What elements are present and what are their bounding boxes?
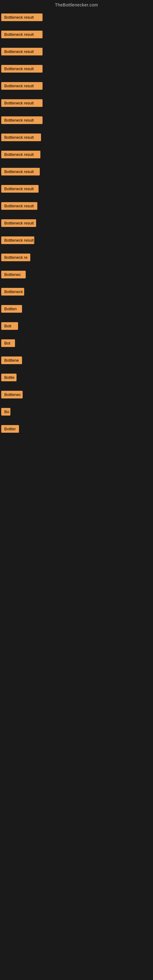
bottleneck-badge-16[interactable]: Bottlenec — [1, 271, 26, 278]
list-item: Bottleneck result — [0, 43, 153, 60]
bottleneck-badge-24[interactable]: Bo — [1, 408, 10, 415]
bottleneck-badge-9[interactable]: Bottleneck result — [1, 151, 40, 158]
bottleneck-badge-14[interactable]: Bottleneck result — [1, 236, 34, 244]
list-item: Bottlenec — [0, 386, 153, 403]
bottleneck-badge-5[interactable]: Bottleneck result — [1, 82, 43, 90]
list-item: Bottleneck result — [0, 77, 153, 94]
bottleneck-badge-17[interactable]: Bottleneck r — [1, 288, 24, 296]
bottleneck-badge-4[interactable]: Bottleneck result — [1, 65, 43, 73]
bottleneck-badge-7[interactable]: Bottleneck result — [1, 116, 43, 124]
bottleneck-badge-6[interactable]: Bottleneck result — [1, 99, 43, 107]
list-item: Bottleneck result — [0, 180, 153, 197]
bottleneck-badge-19[interactable]: Bott — [1, 322, 18, 330]
bottleneck-badge-22[interactable]: Bottle — [1, 374, 16, 381]
list-item: Bottlene — [0, 352, 153, 369]
list-item: Bottleneck result — [0, 94, 153, 111]
list-item: Bottler — [0, 420, 153, 438]
rows-container: Bottleneck result Bottleneck result Bott… — [0, 9, 153, 438]
list-item: Bottle — [0, 369, 153, 386]
list-item: Bottlen — [0, 300, 153, 317]
list-item: Bo — [0, 403, 153, 420]
list-item: Bottleneck result — [0, 9, 153, 26]
site-title: TheBottlenecker.com — [0, 0, 153, 9]
bottleneck-badge-15[interactable]: Bottleneck re — [1, 254, 30, 261]
bottleneck-badge-23[interactable]: Bottlenec — [1, 391, 22, 398]
bottleneck-badge-1[interactable]: Bottleneck result — [1, 13, 43, 21]
bottleneck-badge-18[interactable]: Bottlen — [1, 305, 22, 313]
list-item: Bottleneck result — [0, 111, 153, 129]
list-item: Bottleneck result — [0, 163, 153, 180]
list-item: Bottlenec — [0, 266, 153, 283]
list-item: Bot — [0, 334, 153, 352]
list-item: Bottleneck result — [0, 26, 153, 43]
bottleneck-badge-8[interactable]: Bottleneck result — [1, 134, 41, 141]
list-item: Bottleneck r — [0, 283, 153, 300]
bottleneck-badge-10[interactable]: Bottleneck result — [1, 168, 40, 175]
bottleneck-badge-20[interactable]: Bot — [1, 339, 15, 347]
list-item: Bottleneck result — [0, 197, 153, 215]
list-item: Bottleneck result — [0, 232, 153, 249]
bottleneck-badge-13[interactable]: Bottleneck result — [1, 219, 36, 227]
list-item: Bottleneck result — [0, 129, 153, 146]
list-item: Bott — [0, 317, 153, 334]
bottleneck-badge-3[interactable]: Bottleneck result — [1, 48, 43, 56]
bottleneck-badge-11[interactable]: Bottleneck result — [1, 185, 38, 192]
bottleneck-badge-2[interactable]: Bottleneck result — [1, 30, 43, 38]
list-item: Bottleneck re — [0, 249, 153, 266]
bottleneck-badge-12[interactable]: Bottleneck result — [1, 202, 37, 210]
list-item: Bottleneck result — [0, 146, 153, 163]
list-item: Bottleneck result — [0, 60, 153, 77]
bottleneck-badge-21[interactable]: Bottlene — [1, 356, 22, 364]
list-item: Bottleneck result — [0, 215, 153, 232]
bottleneck-badge-25[interactable]: Bottler — [1, 425, 19, 433]
